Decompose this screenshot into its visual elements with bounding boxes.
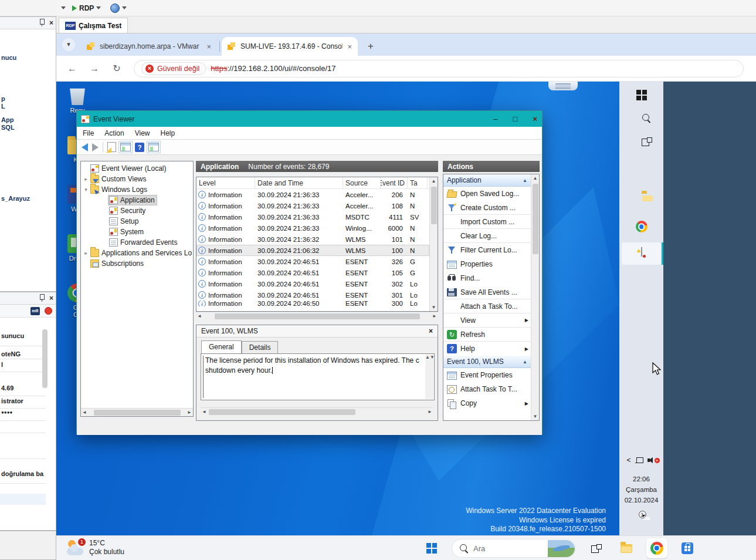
connection-item[interactable]: SQL [1, 124, 15, 131]
tree-item[interactable]: Security [81, 205, 193, 216]
actions-section-event[interactable]: Event 100, WLMS▲ [443, 356, 531, 368]
event-row[interactable]: iInformation 30.09.2024 20:46:51 ESENT 3… [196, 289, 429, 301]
close-icon[interactable]: × [49, 295, 53, 302]
action-item[interactable]: Filter Current Lo... [443, 243, 531, 257]
action-item[interactable]: Create Custom ... [443, 201, 531, 215]
close-button[interactable]: × [533, 114, 537, 123]
show-console-tree-icon[interactable] [120, 143, 131, 151]
host-chrome-icon[interactable] [646, 538, 667, 558]
record-icon[interactable] [45, 307, 52, 315]
password-dots[interactable]: ●●●● [1, 410, 12, 415]
close-icon[interactable]: × [49, 19, 53, 26]
action-item[interactable]: Import Custom ... [443, 215, 531, 229]
detail-vertical-scrollbar[interactable]: ▲▼ [425, 355, 433, 399]
dropdown-caret-icon[interactable] [61, 6, 66, 9]
tab-details[interactable]: Details [242, 341, 279, 353]
volume-muted-icon[interactable]: × [647, 457, 656, 464]
maximize-button[interactable]: □ [513, 114, 518, 123]
config-value[interactable]: oteNG [1, 350, 21, 357]
action-item[interactable]: Find... [443, 271, 531, 285]
weather-widget[interactable]: 1 15°C Çok bulutlu [67, 539, 124, 556]
event-row[interactable]: iInformation 30.09.2024 20:46:51 ESENT 1… [196, 267, 429, 278]
detail-horizontal-scrollbar[interactable]: ◄► [201, 407, 433, 416]
event-viewer-titlebar[interactable]: Event Viewer – □ × [77, 111, 542, 127]
event-row[interactable]: iInformation 30.09.2024 20:46:51 ESENT 3… [196, 278, 429, 289]
event-viewer-taskbar-icon[interactable] [641, 248, 642, 256]
tab-close-icon[interactable]: × [206, 42, 211, 51]
menu-item[interactable]: View [135, 129, 150, 137]
search-highlight-image[interactable] [548, 540, 575, 557]
help-icon[interactable]: ? [135, 143, 144, 152]
host-start-button[interactable] [421, 538, 442, 558]
back-icon[interactable] [82, 143, 88, 151]
connection-item[interactable]: p [1, 95, 5, 102]
host-store-icon[interactable] [677, 538, 698, 558]
start-button[interactable] [636, 90, 647, 100]
connection-item[interactable]: s_Arayuz [1, 195, 30, 202]
host-task-view-button[interactable] [585, 538, 606, 558]
config-value[interactable]: istrator [1, 397, 23, 404]
new-tab-button[interactable]: + [364, 39, 378, 53]
menu-item[interactable]: File [83, 129, 94, 137]
export-icon[interactable] [107, 142, 116, 152]
host-file-explorer-icon[interactable] [616, 538, 637, 558]
action-item[interactable]: Attach a Task To... [443, 299, 531, 313]
actions-section-application[interactable]: Application▲ [443, 174, 531, 187]
tree-item[interactable]: ▾ Windows Logs [81, 184, 193, 195]
desktop-icon-recycle-bin[interactable]: Recy [62, 86, 93, 114]
action-item[interactable]: Copy ▶ [443, 396, 531, 410]
tree-horizontal-scrollbar[interactable]: ◄► [81, 408, 193, 416]
pin-icon[interactable] [39, 19, 45, 26]
reload-icon[interactable]: ↻ [110, 62, 123, 75]
mremoteng-icon[interactable]: mR [30, 307, 40, 315]
session-tab[interactable]: RDP Çalışma Test [59, 18, 128, 33]
forward-icon[interactable] [92, 143, 99, 151]
show-action-pane-icon[interactable] [148, 143, 159, 151]
tree-item[interactable]: Application [81, 195, 193, 205]
action-item[interactable]: Properties [443, 257, 531, 271]
scrollbar-thumb[interactable] [42, 329, 48, 388]
event-row[interactable]: iInformation 30.09.2024 21:36:33 Acceler… [196, 189, 429, 200]
back-icon[interactable]: ← [66, 62, 79, 75]
connection-item[interactable]: L [1, 103, 5, 110]
tree-item[interactable]: ▸ Applications and Services Lo [81, 248, 193, 258]
browser-tab-active[interactable]: SUM-LIVE- 193.17.4.69 - Consol × [222, 37, 358, 56]
tab-close-icon[interactable]: × [347, 42, 352, 51]
event-list-header[interactable]: Level Date and Time Source Event ID Ta [196, 177, 429, 189]
menu-item[interactable]: Action [104, 129, 124, 137]
event-row[interactable]: iInformation 30.09.2024 21:36:33 MSDTC 4… [196, 211, 429, 222]
event-description-box[interactable]: The license period for this installation… [201, 353, 435, 400]
tree-item[interactable]: System [81, 227, 193, 237]
connection-item[interactable]: nucu [1, 54, 16, 61]
action-item[interactable]: Event Properties [443, 368, 531, 382]
config-value[interactable]: sunucu [1, 332, 24, 339]
console-pulldown-handle[interactable] [548, 82, 578, 90]
config-value[interactable]: l [1, 361, 3, 368]
security-badge[interactable]: × Güvenli değil [141, 62, 206, 75]
config-value[interactable]: 4.69 [1, 384, 13, 392]
event-list-vertical-scrollbar[interactable]: ▲ ▼ [429, 177, 438, 311]
actions-vertical-scrollbar[interactable]: ▲ ▼ [531, 174, 539, 420]
event-row[interactable]: iInformation 30.09.2024 21:36:33 Winlog.… [196, 222, 429, 234]
chrome-taskbar-icon[interactable] [636, 221, 647, 232]
action-item[interactable]: Open Saved Log... [443, 187, 531, 201]
event-row[interactable]: iInformation 30.09.2024 20:46:50 ESENT 3… [196, 301, 429, 306]
browser-tab-inactive[interactable]: siberdizayn.home.arpa - VMwar × [81, 37, 217, 56]
action-item[interactable]: Attach Task To T... [443, 382, 531, 396]
tree-item[interactable]: Subscriptions [81, 258, 193, 269]
event-row[interactable]: iInformation 30.09.2024 21:36:32 WLMS 10… [196, 234, 429, 245]
event-row[interactable]: iInformation 30.09.2024 21:06:32 WLMS 10… [196, 245, 429, 256]
menu-item[interactable]: Help [161, 129, 175, 137]
tree-item[interactable]: ▸ Custom Views [81, 174, 193, 184]
action-item[interactable]: Clear Log... [443, 229, 531, 243]
tree-item[interactable]: Forwarded Events [81, 237, 193, 248]
forward-icon[interactable]: → [88, 62, 101, 75]
tray-chevron[interactable]: < [626, 456, 630, 464]
event-row[interactable]: iInformation 30.09.2024 20:46:51 ESENT 3… [196, 256, 429, 267]
host-search-box[interactable] [452, 539, 576, 558]
action-item[interactable]: ? Help ▶ [443, 342, 531, 356]
tab-search-chevron[interactable]: ▾ [62, 38, 75, 51]
event-list-horizontal-scrollbar[interactable]: ◄► [196, 312, 438, 320]
tree-item[interactable]: Setup [81, 216, 193, 227]
search-input[interactable] [473, 544, 538, 553]
